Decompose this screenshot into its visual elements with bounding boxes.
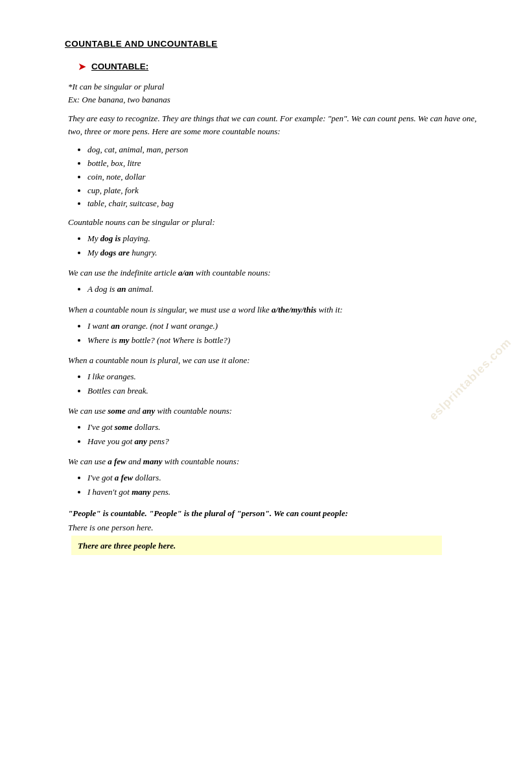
list-item: coin, note, dollar	[87, 171, 480, 184]
people-line2: There are three people here.	[78, 541, 176, 551]
people-section: "People" is countable. "People" is the p…	[68, 507, 480, 555]
section-header: ➤ COUNTABLE:	[78, 60, 480, 73]
plural-title: When a countable noun is plural, we can …	[68, 355, 480, 366]
list-item: I like oranges.	[87, 370, 480, 384]
list-item: A dog is an animal.	[87, 282, 480, 296]
few-many-title: We can use a few and many with countable…	[68, 456, 480, 467]
list-item: I've got a few dollars.	[87, 471, 480, 485]
singular-plural-title: Countable nouns can be singular or plura…	[68, 217, 480, 228]
section-title: COUNTABLE:	[91, 62, 148, 71]
people-highlight: There are three people here.	[71, 536, 442, 555]
plural-examples: I like oranges. Bottles can break.	[87, 370, 480, 398]
list-item: Have you got any pens?	[87, 434, 480, 449]
singular-word-title: When a countable noun is singular, we mu…	[68, 305, 480, 315]
article-title: We can use the indefinite article a/an w…	[68, 268, 480, 278]
some-any-examples: I've got some dollars. Have you got any …	[87, 420, 480, 449]
list-item: cup, plate, fork	[87, 184, 480, 198]
singular-plural-examples: My dog is playing. My dogs are hungry.	[87, 231, 480, 260]
people-line1: There is one person here.	[68, 523, 480, 533]
singular-word-examples: I want an orange. (not I want orange.) W…	[87, 319, 480, 348]
list-item: bottle, box, litre	[87, 157, 480, 171]
list-item: table, chair, suitcase, bag	[87, 197, 480, 211]
main-title: COUNTABLE AND UNCOUNTABLE	[65, 39, 480, 49]
singular-plural-line1: *It can be singular or plural	[68, 80, 480, 93]
list-item: I haven't got many pens.	[87, 485, 480, 499]
list-item: My dog is playing.	[87, 231, 480, 246]
list-item: My dogs are hungry.	[87, 246, 480, 260]
few-many-examples: I've got a few dollars. I haven't got ma…	[87, 471, 480, 499]
intro-paragraph: They are easy to recognize. They are thi…	[68, 112, 480, 138]
singular-plural-note: *It can be singular or plural Ex: One ba…	[68, 80, 480, 106]
list-item: Bottles can break.	[87, 384, 480, 398]
article-examples: A dog is an animal.	[87, 282, 480, 296]
list-item: Where is my bottle? (not Where is bottle…	[87, 333, 480, 348]
list-item: dog, cat, animal, man, person	[87, 143, 480, 157]
singular-plural-line2: Ex: One banana, two bananas	[68, 93, 480, 106]
people-title: "People" is countable. "People" is the p…	[68, 507, 480, 520]
arrow-icon: ➤	[78, 60, 86, 73]
noun-list: dog, cat, animal, man, person bottle, bo…	[87, 143, 480, 211]
list-item: I want an orange. (not I want orange.)	[87, 319, 480, 333]
some-any-title: We can use some and any with countable n…	[68, 406, 480, 416]
list-item: I've got some dollars.	[87, 420, 480, 434]
page: eslprintables.com COUNTABLE AND UNCOUNTA…	[0, 0, 532, 758]
